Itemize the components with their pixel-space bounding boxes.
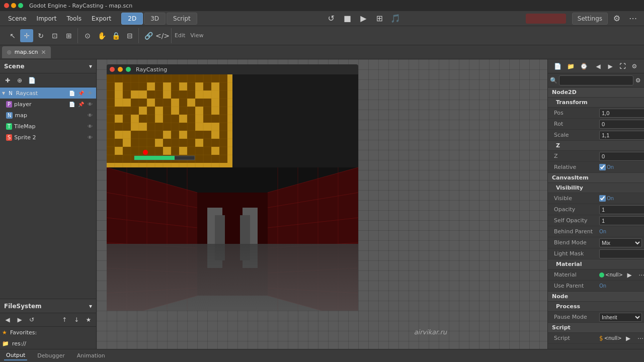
map-eye-icon[interactable]: 👁 (86, 111, 94, 119)
raycast-script-icon[interactable]: 📄 (68, 89, 76, 97)
fs-refresh-btn[interactable]: ↺ (26, 314, 37, 325)
tree-item-sprite2[interactable]: S Sprite 2 👁 (0, 132, 96, 143)
play-scene-icon[interactable]: ▶ (356, 12, 370, 26)
view-script-button[interactable]: Script (167, 13, 197, 25)
blend-mode-dropdown[interactable]: Mix Add Sub Mul (599, 238, 642, 247)
fs-res[interactable]: 📁 res:// (0, 338, 96, 349)
tree-item-tilemap[interactable]: T TileMap 👁 (0, 121, 96, 132)
player-pin-icon[interactable]: 📌 (77, 100, 85, 108)
close-dot[interactable] (4, 3, 9, 8)
edit-menu[interactable]: Edit (175, 32, 185, 39)
scene-dropdown-icon[interactable]: ▾ (89, 63, 92, 70)
transform-section[interactable]: Transform (548, 98, 644, 108)
maximize-dot[interactable] (18, 3, 23, 8)
gw-min-dot[interactable] (118, 67, 123, 72)
script-section[interactable]: Script (548, 323, 644, 333)
fs-back-btn[interactable]: ◀ (2, 314, 13, 325)
raycast-pin-icon[interactable]: 📌 (77, 89, 85, 97)
view-menu[interactable]: View (190, 32, 203, 39)
local-tool[interactable]: ⊙ (81, 29, 94, 42)
script-dots-icon[interactable]: ⋯ (635, 333, 644, 344)
filesystem-dropdown-icon[interactable]: ▾ (89, 303, 92, 310)
lock-tool[interactable]: 🔒 (109, 29, 122, 42)
visible-checkbox[interactable] (599, 195, 606, 202)
audio-icon[interactable]: 🎵 (388, 12, 403, 26)
play-custom-icon[interactable]: ⊞ (372, 12, 386, 26)
tilemap-eye-icon[interactable]: 👁 (86, 122, 94, 130)
rotate-tool[interactable]: ↻ (34, 29, 47, 42)
inspector-folder-icon[interactable]: 📁 (565, 61, 576, 72)
refresh-icon[interactable]: ↺ (324, 12, 338, 26)
fs-up-btn[interactable]: ↑ (59, 314, 70, 325)
settings-gear-icon[interactable]: ⚙ (610, 12, 624, 26)
fs-forward-btn[interactable]: ▶ (14, 314, 25, 325)
link-tool[interactable]: 🔗 (142, 29, 155, 42)
material-dots-icon[interactable]: ⋯ (636, 269, 644, 281)
material-section-header[interactable]: Material (548, 259, 644, 269)
menu-scene[interactable]: Scene (4, 14, 31, 24)
scale-input[interactable] (599, 131, 644, 140)
tree-item-player[interactable]: P player 📄 📌 👁 (0, 99, 96, 110)
relative-checkbox[interactable] (599, 164, 606, 170)
scale-tool[interactable]: ⊡ (48, 29, 61, 42)
rect-tool[interactable]: ⊞ (62, 29, 75, 42)
visibility-section[interactable]: Visibility (548, 183, 644, 193)
z-section[interactable]: Z (548, 141, 644, 151)
fs-favorite-btn[interactable]: ★ (83, 314, 94, 325)
sprite2-eye-icon[interactable]: 👁 (86, 133, 94, 141)
inspector-settings-icon[interactable]: ⚙ (629, 61, 640, 72)
bottom-tab-animation[interactable]: Animation (75, 351, 107, 360)
player-script-icon[interactable]: 📄 (68, 100, 76, 108)
viewport[interactable]: RayCasting (97, 59, 547, 349)
view-3d-button[interactable]: 3D (144, 13, 166, 25)
pause-mode-dropdown[interactable]: Inherit Stop Process (599, 313, 642, 322)
add-node-btn[interactable]: ✚ (2, 75, 13, 86)
inspector-files-icon[interactable]: 📄 (552, 61, 563, 72)
fs-down-btn[interactable]: ↓ (71, 314, 82, 325)
process-section[interactable]: Process (548, 302, 644, 312)
inspector-next-icon[interactable]: ▶ (605, 61, 616, 72)
tree-item-raycast[interactable]: ▼ N Raycast 📄 📌 👁 (0, 87, 96, 99)
canvasitem-section[interactable]: CanvasItem (548, 173, 644, 183)
gw-max-dot[interactable] (126, 67, 131, 72)
pan-tool[interactable]: ✋ (95, 29, 108, 42)
z-input[interactable] (599, 152, 644, 161)
scripts-btn[interactable]: 📄 (26, 75, 37, 86)
opacity-input[interactable] (599, 205, 644, 214)
select-tool[interactable]: ↖ (6, 29, 19, 42)
menu-export[interactable]: Export (88, 14, 115, 24)
raycast-eye-icon[interactable]: 👁 (86, 89, 94, 97)
node-section[interactable]: Node (548, 292, 644, 302)
tree-item-map[interactable]: N map 👁 (0, 110, 96, 121)
menu-import[interactable]: Import (33, 14, 61, 24)
material-expand-icon[interactable]: ▶ (624, 269, 635, 281)
settings-button[interactable]: Settings (572, 13, 608, 25)
minimize-dot[interactable] (11, 3, 16, 8)
gw-close-dot[interactable] (110, 67, 115, 72)
light-mask-input[interactable] (599, 249, 644, 258)
player-eye-icon[interactable]: 👁 (86, 100, 94, 108)
tab-close-button[interactable]: ✕ (41, 49, 46, 56)
add-instance-btn[interactable]: ⊕ (14, 75, 25, 86)
script-expand-icon[interactable]: ▶ (623, 333, 634, 344)
pos-input[interactable] (599, 109, 644, 118)
more-options-icon[interactable]: ⋯ (626, 12, 640, 26)
bottom-tab-debugger[interactable]: Debugger (35, 351, 66, 360)
node2d-section[interactable]: Node2D (548, 87, 644, 98)
inspector-history-icon[interactable]: ⌚ (578, 61, 589, 72)
menu-tools[interactable]: Tools (62, 14, 86, 24)
inspector-gear-icon[interactable]: ⚙ (634, 75, 642, 86)
tab-map[interactable]: ◎ map.scn ✕ (2, 46, 51, 58)
inspector-prev-icon[interactable]: ◀ (593, 61, 604, 72)
bottom-tab-output[interactable]: Output (4, 351, 27, 360)
stop-icon[interactable]: ■ (340, 12, 354, 26)
inspector-search-input[interactable] (559, 75, 633, 85)
move-tool[interactable]: ✛ (20, 29, 33, 42)
rot-input[interactable] (599, 120, 644, 129)
code-tool[interactable]: </> (156, 29, 169, 42)
inspector-expand-icon[interactable]: ⛶ (617, 61, 628, 72)
view-2d-button[interactable]: 2D (121, 13, 143, 25)
group-tool[interactable]: ⊟ (123, 29, 136, 42)
self-opacity-input[interactable] (599, 216, 644, 225)
window-controls[interactable] (4, 3, 23, 8)
